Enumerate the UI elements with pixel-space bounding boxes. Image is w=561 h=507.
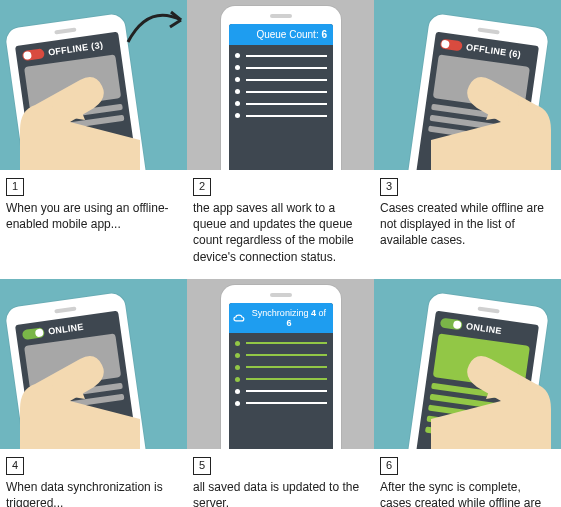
caption-text: the app saves all work to a queue and up… <box>193 200 368 265</box>
queue-count: 6 <box>321 29 327 40</box>
content-card <box>433 54 530 110</box>
phone-screen: Synchronizing 4 of 6 <box>229 303 333 449</box>
caption-text: all saved data is updated to the server. <box>193 479 368 507</box>
phone-screen: OFFLINE (3) <box>15 32 147 170</box>
caption-text: Cases created while offline are not disp… <box>380 200 555 249</box>
online-toggle-icon <box>22 327 45 340</box>
panel-2: Queue Count: 6 2 the app saves all work … <box>187 0 374 279</box>
cloud-icon <box>233 313 245 323</box>
status-label: OFFLINE (3) <box>48 40 104 58</box>
content-card <box>24 54 121 110</box>
sync-prefix: Synchronizing <box>252 308 311 318</box>
status-label: OFFLINE (6) <box>465 42 521 60</box>
online-toggle-icon <box>440 317 463 330</box>
status-label: ONLINE <box>465 321 502 336</box>
panel-1: OFFLINE (3) 1 When yo <box>0 0 187 279</box>
panel-1-illustration: OFFLINE (3) <box>0 0 187 170</box>
phone: OFFLINE (6) <box>399 13 550 170</box>
status-label: ONLINE <box>48 321 85 336</box>
panel-2-caption: 2 the app saves all work to a queue and … <box>187 170 374 279</box>
panel-6-illustration: ONLINE <box>374 279 561 449</box>
caption-text: When data synchronization is triggered..… <box>6 479 181 507</box>
offline-toggle-icon <box>440 38 463 51</box>
sync-total: 6 <box>286 318 291 328</box>
caption-text: When you are using an offline-enabled mo… <box>6 200 181 232</box>
panel-4: ONLINE 4 When data synchronization is tr… <box>0 279 187 507</box>
step-number: 1 <box>6 178 24 196</box>
phone-screen: Queue Count: 6 <box>229 24 333 170</box>
phone: ONLINE <box>5 292 156 449</box>
step-number: 2 <box>193 178 211 196</box>
step-number: 3 <box>380 178 398 196</box>
queue-prefix: Queue Count: <box>256 29 321 40</box>
sync-header: Synchronizing 4 of 6 <box>229 303 333 333</box>
caption-text: After the sync is complete, cases create… <box>380 479 555 507</box>
offline-toggle-icon <box>22 48 45 61</box>
panel-4-caption: 4 When data synchronization is triggered… <box>0 449 187 507</box>
panel-5-caption: 5 all saved data is updated to the serve… <box>187 449 374 507</box>
panel-2-illustration: Queue Count: 6 <box>187 0 374 170</box>
panel-4-illustration: ONLINE <box>0 279 187 449</box>
panel-3: OFFLINE (6) 3 Cases created while offlin… <box>374 0 561 279</box>
step-number: 5 <box>193 457 211 475</box>
content-card <box>24 333 121 389</box>
phone: Synchronizing 4 of 6 <box>221 285 341 449</box>
sync-mid: of <box>316 308 326 318</box>
panel-6-caption: 6 After the sync is complete, cases crea… <box>374 449 561 507</box>
panel-3-caption: 3 Cases created while offline are not di… <box>374 170 561 263</box>
arrow-icon <box>123 2 187 52</box>
phone-screen: ONLINE <box>15 310 147 448</box>
phone: ONLINE <box>399 292 550 449</box>
phone-screen: OFFLINE (6) <box>407 32 539 170</box>
panel-5: Synchronizing 4 of 6 5 all saved data is… <box>187 279 374 507</box>
panel-6: ONLINE 6 After the sync is <box>374 279 561 507</box>
panel-3-illustration: OFFLINE (6) <box>374 0 561 170</box>
queue-header: Queue Count: 6 <box>229 24 333 45</box>
step-number: 4 <box>6 457 24 475</box>
panel-5-illustration: Synchronizing 4 of 6 <box>187 279 374 449</box>
content-card <box>433 333 530 389</box>
panel-1-caption: 1 When you are using an offline-enabled … <box>0 170 187 246</box>
phone-screen: ONLINE <box>407 310 539 448</box>
step-number: 6 <box>380 457 398 475</box>
phone: Queue Count: 6 <box>221 6 341 170</box>
diagram-grid: OFFLINE (3) 1 When yo <box>0 0 561 507</box>
